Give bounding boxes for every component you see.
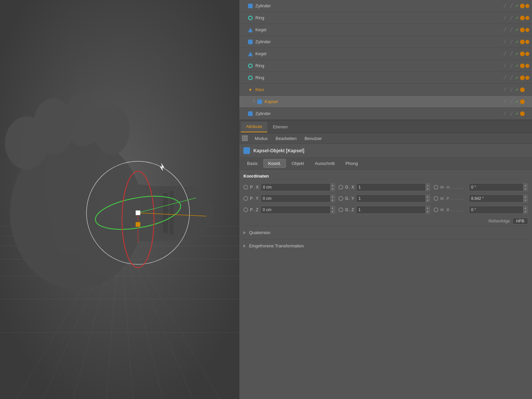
list-item[interactable]: Kegel ╱ ╱ ✓ [239,24,532,36]
eingefrorene-header[interactable]: Eingefrorene Transformation [243,242,528,250]
sub-tab-ausschnitt[interactable]: Ausschnitt [310,159,340,168]
properties-panel: Koordinaten P . X ▲ ▼ [239,170,532,256]
active-check: ✓ [515,4,519,8]
wp-up-arrow[interactable]: ▲ [523,195,528,199]
list-item[interactable]: Zylinder ╱ ╱ ✓ [239,0,532,12]
pz-label: P . Z [250,207,258,212]
list-item[interactable]: Kegel ╱ ╱ ✓ [239,48,532,60]
gx-input-group: ▲ ▼ [356,183,430,191]
dot-pair [520,87,529,92]
sub-tab-phong[interactable]: Phong [340,159,363,168]
list-item[interactable]: Zylinder ╱ ╱ ✓ [239,36,532,48]
gy-down-arrow[interactable]: ▼ [425,199,430,202]
dot-pair [520,52,529,56]
wb-down-arrow[interactable]: ▼ [523,210,528,213]
list-item[interactable]: Ring ╱ ╱ ✓ [239,72,532,84]
pz-down-arrow[interactable]: ▼ [330,210,335,213]
wh-input-group: ▲ ▼ [469,183,528,191]
px-input[interactable] [261,184,330,191]
active-check: ✓ [515,111,519,116]
sub-tab-basis[interactable]: Basis [242,159,263,168]
wp-radio[interactable] [434,196,438,201]
wb-up-arrow[interactable]: ▲ [523,206,528,210]
dot-pair [520,40,529,44]
active-check: ✓ [515,40,519,44]
visibility-icon: ╱ [502,51,507,57]
menu-bearbeiten[interactable]: Bearbeiten [272,135,300,142]
visibility-icon: ╱ [502,15,507,21]
visibility-icon: ╱ [502,27,507,33]
menu-benutzer[interactable]: Benutzer [301,135,325,142]
active-check: ✓ [515,99,519,104]
tab-ebenen[interactable]: Ebenen [267,122,293,132]
viewport-3d[interactable] [0,0,239,399]
px-input-group: ▲ ▼ [261,183,335,191]
gy-input[interactable] [356,195,425,202]
list-item[interactable]: Ring ╱ ╱ ✓ [239,12,532,24]
px-down-arrow[interactable]: ▼ [330,187,335,191]
gz-input-group: ▲ ▼ [356,206,430,214]
wh-down-arrow[interactable]: ▼ [523,187,528,191]
wb-label: W . B . . . . . . . [440,208,467,212]
wb-radio[interactable] [434,207,438,212]
wb-input[interactable] [469,206,523,213]
svg-point-20 [93,105,130,155]
pz-radio[interactable] [243,207,248,212]
list-item-kapsel[interactable]: └ Kapsel ╱ ╱ ✓ [239,96,532,108]
py-input[interactable] [261,195,330,202]
gx-radio[interactable] [338,185,343,190]
render-icon: ╱ [509,63,514,68]
svg-rect-25 [163,193,168,233]
visibility-icon: ╱ [502,3,507,9]
active-check: ✓ [515,64,519,68]
gx-input[interactable] [356,184,425,191]
tab-bar: Attribute Ebenen [239,121,532,133]
wh-up-arrow[interactable]: ▲ [523,184,528,187]
render-icon: ╱ [509,75,514,80]
gx-up-arrow[interactable]: ▲ [425,184,430,187]
gz-down-arrow[interactable]: ▼ [425,210,430,213]
sub-tab-objekt[interactable]: Objekt [287,159,309,168]
px-up-arrow[interactable]: ▲ [330,184,335,187]
wh-input[interactable] [469,184,523,191]
gz-radio[interactable] [338,207,343,212]
gx-down-arrow[interactable]: ▼ [425,187,430,191]
quaternion-header[interactable]: Quaternion [243,229,528,236]
dot-pair [520,64,529,68]
object-list: Zylinder ╱ ╱ ✓ Ring ╱ ╱ ✓ [239,0,532,120]
gy-up-arrow[interactable]: ▲ [425,195,430,199]
sub-tab-koord[interactable]: Koord. [263,159,286,168]
py-down-arrow[interactable]: ▼ [330,199,335,202]
quaternion-arrow-icon [243,231,246,234]
active-check: ✓ [515,87,519,92]
svg-rect-34 [136,222,140,227]
gz-input[interactable] [356,206,425,213]
render-icon: ╱ [509,15,514,21]
list-item[interactable]: Zylinder ╱ ╱ ✓ [239,108,532,120]
quaternion-label: Quaternion [249,230,270,235]
object-title-text: Kapsel-Objekt [Kapsel] [253,148,304,153]
dot-pair [520,16,529,20]
px-radio[interactable] [243,185,248,190]
wp-input[interactable] [469,195,523,202]
capsule-object-icon [243,147,250,154]
list-item[interactable]: Ring ╱ ╱ ✓ [239,60,532,72]
active-check: ✓ [515,16,519,20]
gx-label: G . X [345,185,354,190]
pz-up-arrow[interactable]: ▲ [330,206,335,210]
gz-up-arrow[interactable]: ▲ [425,206,430,210]
py-radio[interactable] [243,196,248,201]
tab-attribute[interactable]: Attribute [241,122,267,132]
gy-radio[interactable] [338,196,343,201]
wp-down-arrow[interactable]: ▼ [523,199,528,202]
render-icon: ╱ [509,27,514,33]
py-up-arrow[interactable]: ▲ [330,195,335,199]
pz-input[interactable] [261,206,330,213]
dot-pair [520,4,529,8]
list-item-klon[interactable]: ✦ Klon ╱ ╱ ✓ [239,84,532,96]
render-icon: ╱ [509,39,514,45]
menu-modus[interactable]: Modus [251,135,271,142]
wh-radio[interactable] [434,185,438,190]
attribute-panel: Attribute Ebenen Modus Bearbeiten Benutz… [239,121,532,399]
dot-pair [520,28,529,32]
